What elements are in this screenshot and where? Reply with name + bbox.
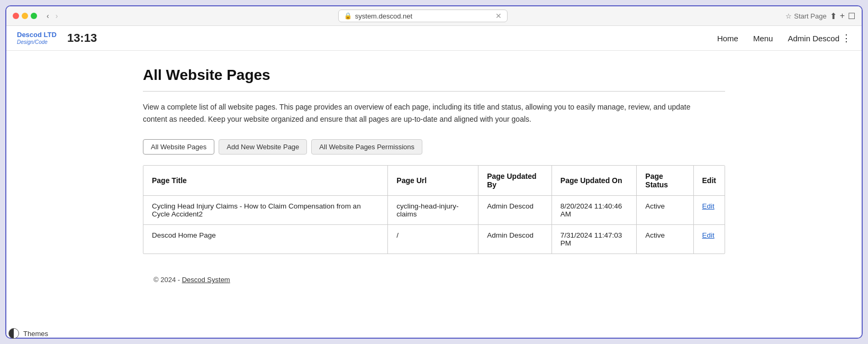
lock-icon: 🔒 (344, 12, 352, 20)
row1-updated-by: Admin Descod (478, 196, 552, 225)
tabs-bar: All Website Pages Add New Website Page A… (143, 139, 725, 155)
footer-link[interactable]: Descod System (182, 276, 230, 284)
minimize-window-button[interactable] (22, 13, 28, 19)
main-content: All Website Pages View a complete list o… (132, 51, 736, 303)
bookmark-label: Start Page (794, 12, 826, 20)
browser-nav-controls: ‹ › (44, 11, 60, 21)
row2-status: Active (637, 225, 693, 254)
row1-edit: Edit (693, 196, 725, 225)
row1-updated-on: 8/20/2024 11:40:46 AM (551, 196, 637, 225)
tab-all-website-pages-permissions[interactable]: All Website Pages Permissions (311, 139, 422, 155)
row2-edit: Edit (693, 225, 725, 254)
browser-title-bar: ‹ › 🔒 system.descod.net ✕ ☆ Start Page ⬆… (6, 6, 862, 26)
app-header: Descod LTD Design/Code 13:13 Home Menu A… (6, 26, 862, 51)
browser-back-button[interactable]: ‹ (44, 11, 51, 21)
col-page-title: Page Title (143, 166, 388, 196)
url-text: system.descod.net (355, 12, 412, 20)
footer-copyright: © 2024 - Descod System (153, 276, 230, 284)
star-icon: ☆ (785, 12, 792, 20)
logo-sub: Design/Code (17, 39, 57, 45)
bookmark-area[interactable]: ☆ Start Page (785, 12, 826, 20)
logo-main: Descod LTD (17, 31, 57, 39)
footer: © 2024 - Descod System (143, 270, 725, 292)
maximize-window-button[interactable] (31, 13, 37, 19)
table-row: Descod Home Page / Admin Descod 7/31/202… (143, 225, 725, 254)
logo-text: Descod LTD Design/Code (17, 31, 57, 44)
clock-display: 13:13 (67, 31, 97, 45)
themes-icon (8, 328, 19, 338)
logo-area: Descod LTD Design/Code 13:13 (17, 31, 97, 45)
nav-home[interactable]: Home (717, 34, 738, 43)
admin-menu-icon[interactable]: ⋮ (842, 32, 851, 44)
row2-edit-link[interactable]: Edit (702, 231, 715, 239)
page-description: View a complete list of all website page… (143, 101, 704, 125)
themes-bar[interactable]: Themes (6, 323, 57, 338)
row1-url: cycling-head-injury-claims (388, 196, 478, 225)
row1-status: Active (637, 196, 693, 225)
row2-title: Descod Home Page (143, 225, 388, 254)
browser-forward-button[interactable]: › (53, 11, 60, 21)
new-tab-button[interactable]: + (840, 11, 845, 21)
address-bar-container: 🔒 system.descod.net ✕ (64, 10, 781, 22)
share-button[interactable]: ⬆ (830, 11, 837, 21)
close-window-button[interactable] (13, 13, 19, 19)
col-page-updated-on: Page Updated On (551, 166, 637, 196)
traffic-lights (13, 13, 37, 19)
tab-all-website-pages[interactable]: All Website Pages (143, 139, 214, 155)
table-row: Cycling Head Injury Claims - How to Clai… (143, 196, 725, 225)
col-page-updated-by: Page Updated By (478, 166, 552, 196)
sidebar-button[interactable]: ☐ (848, 11, 855, 21)
table-header-row: Page Title Page Url Page Updated By Page… (143, 166, 725, 196)
col-page-url: Page Url (388, 166, 478, 196)
row2-updated-on: 7/31/2024 11:47:03 PM (551, 225, 637, 254)
row1-edit-link[interactable]: Edit (702, 202, 715, 210)
refresh-icon[interactable]: ✕ (495, 12, 502, 20)
admin-label: Admin Descod (788, 34, 839, 43)
row2-updated-by: Admin Descod (478, 225, 552, 254)
pages-table-wrapper: Page Title Page Url Page Updated By Page… (143, 165, 725, 254)
address-bar[interactable]: 🔒 system.descod.net ✕ (338, 10, 508, 22)
col-edit: Edit (693, 166, 725, 196)
pages-table: Page Title Page Url Page Updated By Page… (143, 166, 725, 254)
nav-admin[interactable]: Admin Descod ⋮ (788, 32, 851, 44)
copyright-text: © 2024 - (153, 276, 182, 284)
page-title: All Website Pages (143, 67, 725, 84)
tab-add-new-website-page[interactable]: Add New Website Page (219, 139, 307, 155)
themes-label: Themes (23, 330, 48, 338)
col-page-status: Page Status (637, 166, 693, 196)
nav-menu[interactable]: Menu (753, 34, 773, 43)
main-nav: Home Menu Admin Descod ⋮ (717, 32, 851, 44)
browser-action-buttons: ⬆ + ☐ (830, 11, 855, 21)
row2-url: / (388, 225, 478, 254)
title-divider (143, 91, 725, 92)
row1-title: Cycling Head Injury Claims - How to Clai… (143, 196, 388, 225)
browser-right-controls: ☆ Start Page ⬆ + ☐ (785, 11, 855, 21)
